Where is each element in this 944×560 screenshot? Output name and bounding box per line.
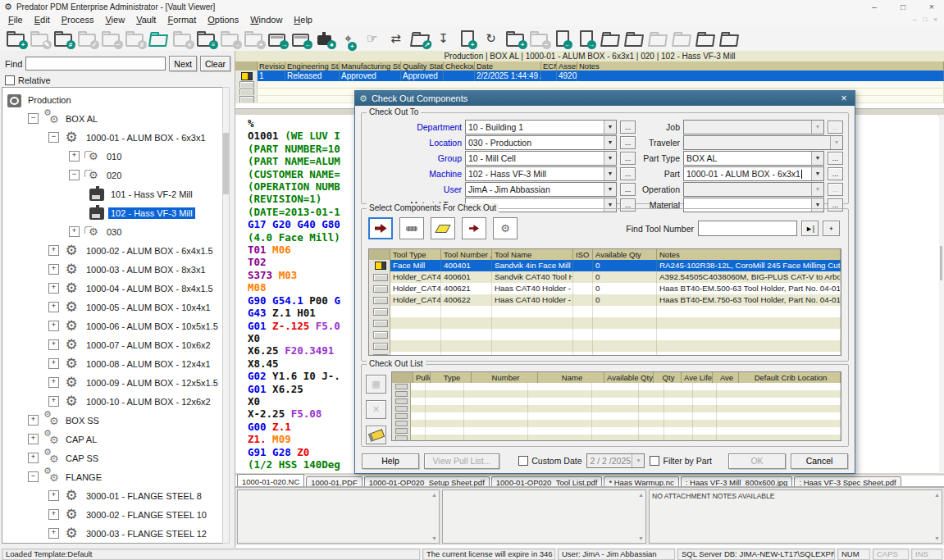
tree-item-3000-01-flange-steel-8[interactable]: +3000-01 - FLANGE STEEL 8 [2, 486, 222, 505]
checkout-list-row[interactable] [392, 390, 841, 398]
open-recent-6-button[interactable] [717, 27, 741, 50]
scroll-up-icon[interactable]: ▲ [431, 492, 437, 498]
new-document-button[interactable]: ≡ [194, 27, 217, 50]
attachment-panel-1[interactable]: ▲ ▼ [237, 489, 440, 544]
collapse-icon[interactable]: − [28, 113, 39, 124]
revision-row-empty[interactable] [235, 81, 944, 89]
collapse-icon[interactable]: − [28, 471, 39, 482]
checkout-box-button[interactable]: → [265, 27, 289, 50]
location-browse-button[interactable]: ... [620, 136, 636, 149]
tree-item-flange[interactable]: −FLANGE [2, 467, 222, 486]
restore-button[interactable]: □ [891, 2, 915, 11]
expand-icon[interactable]: + [48, 509, 59, 520]
open-recent-1-button[interactable] [598, 27, 622, 50]
tree-item-101-hass-vf-2-mill[interactable]: 101 - Hass VF-2 Mill [2, 184, 222, 203]
row-selector[interactable] [392, 383, 411, 390]
expand-icon[interactable]: + [69, 151, 80, 162]
cancel-button[interactable]: Cancel [791, 453, 848, 469]
swap-revisions-button[interactable]: ⇄ [384, 27, 408, 50]
dialog-close-button[interactable]: × [837, 93, 851, 104]
scroll-down-icon[interactable]: ▼ [638, 535, 644, 541]
open-recent-5-button[interactable] [693, 27, 717, 50]
row-selector[interactable] [392, 390, 411, 398]
tool-filter-button[interactable] [462, 217, 486, 239]
expand-icon[interactable]: + [48, 339, 59, 350]
scroll-up-icon[interactable]: ▲ [638, 492, 644, 498]
machine-combo[interactable]: 102 - Hass VF-3 Mill▼ [465, 166, 617, 181]
tree-item-cap-ss[interactable]: +CAP SS [2, 448, 222, 467]
group-combo[interactable]: 10 - Mill Cell▼ [465, 151, 617, 166]
tree-item-1000-04-alum-box-8x4x1-5[interactable]: +1000-04 - ALUM BOX - 8x4x1.5 [2, 279, 222, 298]
tree-item-102-hass-vf-3-mill[interactable]: 102 - Hass VF-3 Mill [2, 203, 222, 222]
edit-document-button[interactable]: + [455, 27, 479, 50]
machine-checkout-button[interactable]: ● [312, 27, 336, 50]
expand-icon[interactable]: + [28, 453, 39, 463]
attachment-panel-2[interactable]: ▲ ▼ [442, 489, 646, 544]
expand-icon[interactable]: + [48, 490, 59, 501]
location-combo[interactable]: 030 - Production▼ [465, 135, 617, 150]
department-browse-button[interactable]: ... [620, 121, 636, 134]
user-combo[interactable]: JimA - Jim Abbassian▼ [465, 182, 617, 197]
menu-edit[interactable]: Edit [29, 15, 56, 25]
part-type-browse-button[interactable]: ... [828, 152, 843, 165]
component-row[interactable]: Holder_CAT40400622Haas CAT40 Holder - 0.… [369, 294, 841, 306]
erase-list-button[interactable] [366, 426, 386, 444]
filter-by-part-checkbox[interactable] [650, 456, 659, 466]
add-tool-button[interactable]: ⌖+ [336, 27, 360, 50]
checkout-list-row[interactable] [392, 398, 841, 405]
machine-browse-button[interactable]: ... [620, 167, 636, 180]
tree-item-box-ss[interactable]: +BOX SS [2, 411, 222, 430]
tool-assembly-filter-button[interactable] [368, 217, 393, 239]
row-selector[interactable] [235, 96, 258, 102]
row-selector[interactable] [369, 317, 390, 329]
row-selector[interactable] [369, 283, 390, 294]
expand-icon[interactable]: + [48, 396, 59, 407]
checkout-date-combo[interactable]: 2 / 2 /2025 ▼ [586, 453, 645, 468]
checkout-list-row[interactable] [392, 383, 841, 390]
tree-item-030[interactable]: +030 [2, 222, 222, 241]
part-combo[interactable]: 1000-01 - ALUM BOX - 6x3x1▼ [683, 166, 824, 181]
tree-scrollbar[interactable] [222, 87, 230, 544]
component-row[interactable]: Face Mill400401Sandvik 4in Face Mill0RA2… [369, 260, 841, 271]
insert-filter-button[interactable] [431, 217, 455, 239]
row-selector[interactable] [369, 340, 390, 352]
expand-icon[interactable]: + [69, 226, 80, 237]
component-row-empty[interactable] [369, 306, 841, 317]
menu-process[interactable]: Process [56, 15, 100, 25]
relative-checkbox[interactable] [5, 75, 15, 85]
add-component-button[interactable]: + [823, 221, 840, 236]
component-row-empty[interactable] [369, 317, 841, 329]
expand-icon[interactable]: + [48, 283, 59, 294]
revision-row[interactable]: 1ReleasedApprovedApproved2/2/2025 1:44:4… [235, 71, 944, 81]
expand-icon[interactable]: + [48, 302, 59, 312]
part-browse-button[interactable]: ... [828, 167, 843, 180]
mdi mdi-restore-button[interactable]: □ [923, 16, 927, 23]
menu-help[interactable]: Help [288, 15, 318, 25]
tree-item-020[interactable]: −020 [2, 166, 222, 184]
tree-item-1000-05-alum-box-10x4x1[interactable]: +1000-05 - ALUM BOX - 10x4x1 [2, 298, 222, 316]
row-selector[interactable] [369, 329, 390, 340]
checkin-box-button[interactable]: ← [289, 27, 312, 50]
endmill-filter-button[interactable] [399, 217, 424, 239]
row-selector[interactable] [392, 398, 411, 405]
open-recent-2-button[interactable] [622, 27, 645, 50]
minimize-button[interactable]: – [862, 2, 887, 11]
tree-item-3000-03-flange-steel-12[interactable]: +3000-03 - FLANGE STEEL 12 [2, 524, 222, 543]
component-row[interactable]: Holder_CAT40400601Sandvik CAT40 Tool Hol… [369, 271, 841, 283]
row-selector[interactable] [235, 71, 258, 81]
expand-icon[interactable]: + [48, 358, 59, 369]
traveler-combo[interactable]: ▼ [683, 135, 843, 150]
tree-item-box-al[interactable]: −BOX AL [2, 109, 222, 128]
row-selector[interactable] [235, 89, 258, 95]
menu-options[interactable]: Options [202, 15, 244, 25]
department-combo[interactable]: 10 - Building 1▼ [465, 120, 617, 134]
checkout-list-row[interactable] [392, 435, 841, 441]
checkout-list-row[interactable] [392, 412, 841, 420]
tree-item-1000-08-alum-box-12x4x1[interactable]: +1000-08 - ALUM BOX - 12x4x1 [2, 354, 222, 373]
tree-item-1000-03-alum-box-8x3x1[interactable]: +1000-03 - ALUM BOX - 8x3x1 [2, 260, 222, 279]
scroll-down-icon[interactable]: ▼ [934, 535, 940, 541]
find-input[interactable] [25, 57, 166, 71]
row-selector[interactable] [392, 420, 411, 427]
help-button[interactable]: Help [362, 453, 419, 469]
attachment-notes-panel[interactable]: NO ATTACHMENT NOTES AVAILABLE ▲ ▼ [649, 489, 942, 544]
